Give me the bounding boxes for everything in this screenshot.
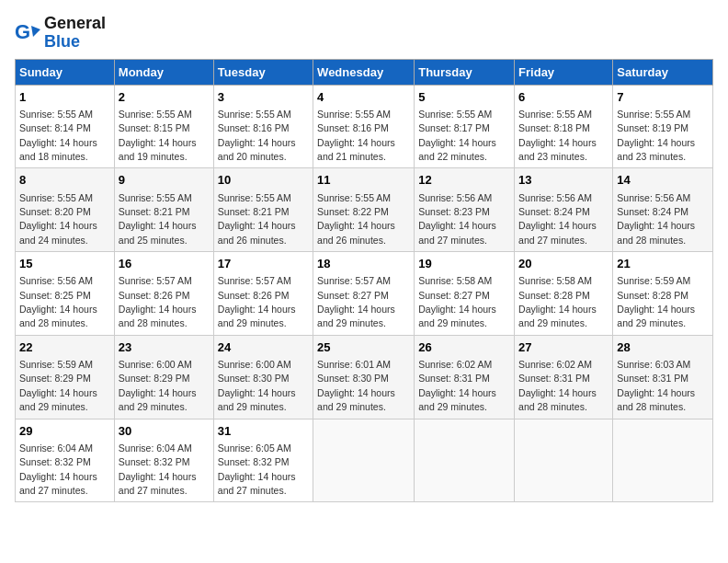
calendar-cell: 25 Sunrise: 6:01 AMSunset: 8:30 PMDaylig… bbox=[313, 335, 415, 419]
day-number: 24 bbox=[218, 339, 309, 356]
day-number: 30 bbox=[119, 423, 210, 440]
day-number: 15 bbox=[19, 256, 110, 272]
day-detail: Sunrise: 5:58 AMSunset: 8:27 PMDaylight:… bbox=[418, 275, 496, 328]
day-number: 23 bbox=[119, 339, 210, 356]
day-detail: Sunrise: 5:55 AMSunset: 8:22 PMDaylight:… bbox=[317, 192, 395, 246]
day-detail: Sunrise: 6:04 AMSunset: 8:32 PMDaylight:… bbox=[119, 442, 197, 496]
day-detail: Sunrise: 6:05 AMSunset: 8:32 PMDaylight:… bbox=[218, 442, 296, 496]
calendar-cell: 2 Sunrise: 5:55 AMSunset: 8:15 PMDayligh… bbox=[114, 85, 213, 168]
day-detail: Sunrise: 5:57 AMSunset: 8:26 PMDaylight:… bbox=[218, 275, 296, 328]
calendar-cell: 13 Sunrise: 5:56 AMSunset: 8:24 PMDaylig… bbox=[515, 168, 613, 252]
day-detail: Sunrise: 5:55 AMSunset: 8:16 PMDaylight:… bbox=[218, 109, 296, 162]
calendar-cell: 7 Sunrise: 5:55 AMSunset: 8:19 PMDayligh… bbox=[613, 85, 713, 168]
header-cell-saturday: Saturday bbox=[613, 59, 713, 85]
logo-text-line2: Blue bbox=[44, 33, 106, 52]
calendar-cell: 28 Sunrise: 6:03 AMSunset: 8:31 PMDaylig… bbox=[613, 335, 713, 419]
day-number: 6 bbox=[518, 89, 609, 106]
day-detail: Sunrise: 5:55 AMSunset: 8:16 PMDaylight:… bbox=[317, 109, 395, 162]
day-number: 13 bbox=[518, 172, 609, 189]
calendar-table: SundayMondayTuesdayWednesdayThursdayFrid… bbox=[15, 59, 713, 503]
svg-text:G: G bbox=[15, 20, 30, 43]
day-number: 12 bbox=[418, 172, 510, 189]
day-number: 27 bbox=[518, 339, 609, 356]
calendar-cell: 8 Sunrise: 5:55 AMSunset: 8:20 PMDayligh… bbox=[16, 168, 115, 252]
page-header: G General Blue bbox=[15, 15, 713, 52]
calendar-cell: 19 Sunrise: 5:58 AMSunset: 8:27 PMDaylig… bbox=[415, 252, 515, 336]
day-detail: Sunrise: 5:55 AMSunset: 8:19 PMDaylight:… bbox=[617, 109, 695, 162]
calendar-cell: 27 Sunrise: 6:02 AMSunset: 8:31 PMDaylig… bbox=[515, 335, 613, 419]
calendar-week-5: 29 Sunrise: 6:04 AMSunset: 8:32 PMDaylig… bbox=[16, 419, 713, 502]
day-number: 25 bbox=[317, 339, 410, 356]
day-detail: Sunrise: 6:03 AMSunset: 8:31 PMDaylight:… bbox=[617, 359, 695, 412]
header-cell-wednesday: Wednesday bbox=[313, 59, 415, 85]
calendar-cell: 10 Sunrise: 5:55 AMSunset: 8:21 PMDaylig… bbox=[213, 168, 313, 252]
day-number: 2 bbox=[119, 89, 210, 106]
calendar-cell: 18 Sunrise: 5:57 AMSunset: 8:27 PMDaylig… bbox=[313, 252, 415, 336]
calendar-cell: 9 Sunrise: 5:55 AMSunset: 8:21 PMDayligh… bbox=[114, 168, 213, 252]
calendar-week-2: 8 Sunrise: 5:55 AMSunset: 8:20 PMDayligh… bbox=[16, 168, 713, 252]
calendar-cell: 16 Sunrise: 5:57 AMSunset: 8:26 PMDaylig… bbox=[114, 252, 213, 336]
header-cell-sunday: Sunday bbox=[16, 59, 115, 85]
day-detail: Sunrise: 5:57 AMSunset: 8:26 PMDaylight:… bbox=[119, 275, 197, 328]
day-detail: Sunrise: 6:04 AMSunset: 8:32 PMDaylight:… bbox=[19, 442, 97, 496]
day-detail: Sunrise: 5:55 AMSunset: 8:17 PMDaylight:… bbox=[418, 109, 496, 162]
day-detail: Sunrise: 5:55 AMSunset: 8:14 PMDaylight:… bbox=[19, 109, 97, 162]
header-cell-monday: Monday bbox=[114, 59, 213, 85]
day-detail: Sunrise: 6:00 AMSunset: 8:30 PMDaylight:… bbox=[218, 359, 296, 412]
calendar-cell: 6 Sunrise: 5:55 AMSunset: 8:18 PMDayligh… bbox=[515, 85, 613, 168]
calendar-cell: 1 Sunrise: 5:55 AMSunset: 8:14 PMDayligh… bbox=[16, 85, 115, 168]
day-number: 29 bbox=[19, 423, 110, 440]
day-number: 19 bbox=[418, 256, 510, 272]
calendar-cell bbox=[415, 419, 515, 502]
calendar-cell: 11 Sunrise: 5:55 AMSunset: 8:22 PMDaylig… bbox=[313, 168, 415, 252]
calendar-cell: 4 Sunrise: 5:55 AMSunset: 8:16 PMDayligh… bbox=[313, 85, 415, 168]
day-detail: Sunrise: 5:56 AMSunset: 8:24 PMDaylight:… bbox=[518, 192, 597, 246]
calendar-week-3: 15 Sunrise: 5:56 AMSunset: 8:25 PMDaylig… bbox=[16, 252, 713, 336]
day-detail: Sunrise: 5:59 AMSunset: 8:28 PMDaylight:… bbox=[617, 275, 695, 328]
logo-text-line1: General bbox=[44, 15, 106, 33]
calendar-cell: 23 Sunrise: 6:00 AMSunset: 8:29 PMDaylig… bbox=[114, 335, 213, 419]
day-detail: Sunrise: 5:55 AMSunset: 8:18 PMDaylight:… bbox=[518, 109, 597, 162]
day-number: 4 bbox=[317, 89, 410, 106]
calendar-cell: 17 Sunrise: 5:57 AMSunset: 8:26 PMDaylig… bbox=[213, 252, 313, 336]
day-number: 21 bbox=[617, 256, 709, 272]
day-number: 28 bbox=[617, 339, 709, 356]
calendar-cell: 5 Sunrise: 5:55 AMSunset: 8:17 PMDayligh… bbox=[415, 85, 515, 168]
day-number: 9 bbox=[119, 172, 210, 189]
calendar-cell: 24 Sunrise: 6:00 AMSunset: 8:30 PMDaylig… bbox=[213, 335, 313, 419]
day-number: 16 bbox=[119, 256, 210, 272]
day-number: 1 bbox=[19, 89, 110, 106]
day-number: 8 bbox=[19, 172, 110, 189]
header-row: SundayMondayTuesdayWednesdayThursdayFrid… bbox=[16, 59, 713, 85]
day-number: 7 bbox=[617, 89, 709, 106]
calendar-header: SundayMondayTuesdayWednesdayThursdayFrid… bbox=[16, 59, 713, 85]
day-number: 20 bbox=[518, 256, 609, 272]
calendar-cell: 14 Sunrise: 5:56 AMSunset: 8:24 PMDaylig… bbox=[613, 168, 713, 252]
day-detail: Sunrise: 5:58 AMSunset: 8:28 PMDaylight:… bbox=[518, 275, 597, 328]
calendar-cell: 21 Sunrise: 5:59 AMSunset: 8:28 PMDaylig… bbox=[613, 252, 713, 336]
day-number: 26 bbox=[418, 339, 510, 356]
svg-marker-1 bbox=[31, 26, 40, 37]
calendar-cell: 29 Sunrise: 6:04 AMSunset: 8:32 PMDaylig… bbox=[16, 419, 115, 502]
day-number: 14 bbox=[617, 172, 709, 189]
day-detail: Sunrise: 5:55 AMSunset: 8:20 PMDaylight:… bbox=[19, 192, 97, 246]
calendar-cell: 31 Sunrise: 6:05 AMSunset: 8:32 PMDaylig… bbox=[213, 419, 313, 502]
day-detail: Sunrise: 6:02 AMSunset: 8:31 PMDaylight:… bbox=[518, 359, 597, 412]
calendar-cell bbox=[613, 419, 713, 502]
day-detail: Sunrise: 5:55 AMSunset: 8:21 PMDaylight:… bbox=[119, 192, 197, 246]
calendar-cell: 22 Sunrise: 5:59 AMSunset: 8:29 PMDaylig… bbox=[16, 335, 115, 419]
calendar-cell: 20 Sunrise: 5:58 AMSunset: 8:28 PMDaylig… bbox=[515, 252, 613, 336]
day-number: 31 bbox=[218, 423, 309, 440]
calendar-cell: 26 Sunrise: 6:02 AMSunset: 8:31 PMDaylig… bbox=[415, 335, 515, 419]
calendar-cell: 3 Sunrise: 5:55 AMSunset: 8:16 PMDayligh… bbox=[213, 85, 313, 168]
calendar-cell: 15 Sunrise: 5:56 AMSunset: 8:25 PMDaylig… bbox=[16, 252, 115, 336]
day-detail: Sunrise: 5:56 AMSunset: 8:24 PMDaylight:… bbox=[617, 192, 695, 246]
calendar-week-4: 22 Sunrise: 5:59 AMSunset: 8:29 PMDaylig… bbox=[16, 335, 713, 419]
calendar-cell: 12 Sunrise: 5:56 AMSunset: 8:23 PMDaylig… bbox=[415, 168, 515, 252]
day-detail: Sunrise: 6:02 AMSunset: 8:31 PMDaylight:… bbox=[418, 359, 496, 412]
header-cell-thursday: Thursday bbox=[415, 59, 515, 85]
day-number: 11 bbox=[317, 172, 410, 189]
calendar-body: 1 Sunrise: 5:55 AMSunset: 8:14 PMDayligh… bbox=[16, 85, 713, 502]
header-cell-tuesday: Tuesday bbox=[213, 59, 313, 85]
day-number: 18 bbox=[317, 256, 410, 272]
